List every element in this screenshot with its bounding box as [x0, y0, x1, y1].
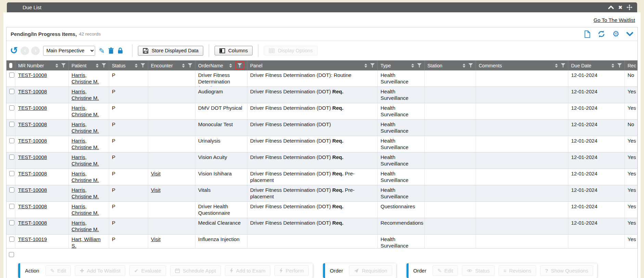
row-checkbox[interactable] [9, 220, 14, 225]
close-icon[interactable]: ✖ [618, 5, 622, 10]
row-checkbox[interactable] [9, 138, 14, 143]
patient-link[interactable]: Harris, Christine M. [72, 72, 99, 84]
patient-link[interactable]: Harris, Christine M. [72, 187, 99, 199]
cell-encounter [148, 120, 195, 136]
show-questions-button: ?Show Questions [540, 265, 593, 276]
mr-number-link[interactable]: TEST-10008 [18, 171, 47, 176]
filter-funnel-icon[interactable] [417, 63, 422, 68]
patient-link[interactable]: Harris, Christine M. [72, 154, 99, 167]
filter-funnel-icon[interactable] [188, 63, 192, 68]
columns-button[interactable]: Columns [215, 46, 253, 55]
refresh-icon[interactable] [597, 30, 605, 38]
filter-funnel-icon[interactable] [370, 63, 375, 68]
encounter-visit-link[interactable]: Visit [151, 171, 160, 176]
cell-station [425, 202, 476, 218]
column-header-mr[interactable]: MR Number [15, 61, 69, 70]
sort-arrows-icon[interactable] [96, 64, 99, 68]
pencil-icon: ✎ [50, 268, 55, 273]
sort-arrows-icon[interactable] [55, 64, 58, 68]
edit-perspective-pencil-icon[interactable]: ✎ [99, 47, 105, 54]
column-header-rec[interactable]: Rec [625, 61, 637, 70]
undo-icon[interactable]: ↺ [10, 46, 18, 55]
table-row: TEST-10008Harris, Christine M.PDriver He… [7, 202, 637, 218]
cell-station [425, 153, 476, 169]
group-label: Order [413, 268, 426, 274]
mr-number-link[interactable]: TEST-10019 [18, 236, 47, 242]
cell-type: Health Surveillance [378, 153, 425, 169]
patient-link[interactable]: Harris, Christine M. [72, 203, 99, 216]
mr-number-link[interactable]: TEST-10008 [18, 105, 47, 111]
column-header-due[interactable]: Due Date [568, 61, 625, 70]
sort-arrows-icon[interactable] [555, 64, 558, 68]
filter-funnel-icon[interactable] [617, 63, 622, 68]
cell-mr-number: TEST-10008 [15, 218, 69, 234]
sort-arrows-icon[interactable] [411, 64, 414, 68]
row-checkbox[interactable] [9, 89, 14, 94]
mr-number-link[interactable]: TEST-10008 [18, 187, 47, 193]
collapse-panel-chevron-icon[interactable] [626, 32, 633, 36]
row-checkbox[interactable] [9, 237, 14, 242]
cell-panel: Driver Fitness Determination (DOT) Req. … [247, 185, 378, 201]
move-icon[interactable] [627, 4, 632, 10]
patient-link[interactable]: Hart, William S. [72, 236, 101, 248]
gear-icon[interactable]: ⚙ [612, 30, 619, 38]
column-header-comments[interactable]: Comments [476, 61, 568, 70]
filter-funnel-icon[interactable] [141, 63, 145, 68]
patient-link[interactable]: Harris, Christine M. [72, 220, 99, 232]
row-checkbox[interactable] [9, 105, 14, 110]
mr-number-link[interactable]: TEST-10008 [18, 121, 47, 127]
column-header-encounter[interactable]: Encounter [148, 61, 195, 70]
mr-number-link[interactable]: TEST-10008 [18, 220, 47, 226]
encounter-visit-link[interactable]: Visit [151, 187, 160, 193]
go-to-waitlist-link[interactable]: Go To The Waitlist [594, 17, 635, 23]
sort-arrows-icon[interactable] [182, 64, 185, 68]
mr-number-link[interactable]: TEST-10008 [18, 203, 47, 209]
column-label: Panel [250, 63, 262, 68]
perspective-select[interactable]: Main Perspective [43, 46, 95, 56]
filter-funnel-icon[interactable] [468, 63, 473, 68]
sort-arrows-icon[interactable] [463, 64, 465, 68]
new-document-icon[interactable] [584, 30, 591, 38]
column-header-type[interactable]: Type [378, 61, 425, 70]
row-checkbox[interactable] [9, 204, 14, 209]
row-checkbox[interactable] [9, 122, 14, 127]
mr-number-link[interactable]: TEST-10008 [18, 89, 47, 94]
sort-arrows-icon[interactable] [229, 64, 232, 68]
sort-arrows-icon[interactable] [364, 64, 367, 68]
row-checkbox[interactable] [9, 72, 14, 78]
collapse-icon[interactable] [608, 5, 614, 9]
column-header-status[interactable]: Status [109, 61, 148, 70]
row-checkbox[interactable] [9, 187, 14, 193]
mr-number-link[interactable]: TEST-10008 [18, 138, 47, 144]
filter-funnel-icon[interactable] [561, 63, 565, 68]
patient-link[interactable]: Harris, Christine M. [72, 171, 99, 183]
status-button: Status [462, 265, 494, 276]
mr-number-link[interactable]: TEST-10008 [18, 72, 47, 78]
patient-link[interactable]: Harris, Christine M. [72, 138, 99, 150]
row-checkbox[interactable] [9, 252, 14, 257]
cell-type: Health Surveillance [378, 136, 425, 152]
delete-perspective-trash-icon[interactable] [108, 47, 114, 54]
store-displayed-data-button[interactable]: Store Displayed Data [138, 46, 203, 56]
cell-order-name: DMV DOT Physical [195, 103, 247, 119]
lock-perspective-icon[interactable] [117, 47, 123, 54]
mr-number-link[interactable]: TEST-10008 [18, 154, 47, 160]
patient-link[interactable]: Harris, Christine M. [72, 121, 99, 134]
patient-link[interactable]: Harris, Christine M. [72, 89, 99, 101]
row-checkbox[interactable] [9, 155, 14, 160]
sort-arrows-icon[interactable] [611, 64, 614, 68]
row-checkbox[interactable] [9, 171, 14, 176]
filter-funnel-icon[interactable] [102, 63, 106, 68]
filter-funnel-icon[interactable] [237, 63, 242, 68]
table-row: TEST-10008Harris, Christine M.PUrinalysi… [7, 136, 637, 153]
select-all-checkbox[interactable] [9, 63, 12, 68]
encounter-visit-link[interactable]: Visit [151, 236, 160, 242]
sort-arrows-icon[interactable] [135, 64, 138, 68]
add-to-waitlist-button: ✚Add To Waitlist [75, 265, 125, 276]
column-header-panel[interactable]: Panel [247, 61, 378, 70]
column-header-station[interactable]: Station [425, 61, 476, 70]
column-header-patient[interactable]: Patient [69, 61, 109, 70]
column-header-order[interactable]: OrderName [195, 61, 247, 70]
filter-funnel-icon[interactable] [61, 63, 66, 68]
patient-link[interactable]: Harris, Christine M. [72, 105, 99, 117]
